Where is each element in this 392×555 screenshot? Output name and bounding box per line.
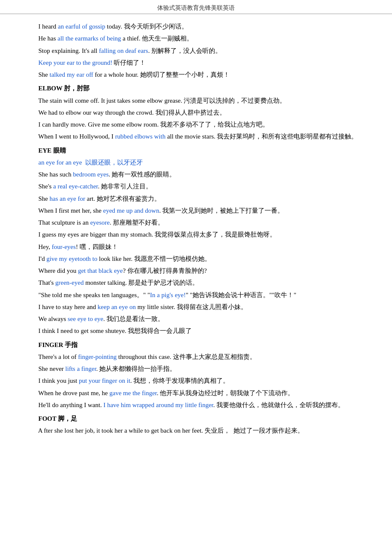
phrase-eye-catcher: a real eye-catcher — [53, 183, 98, 190]
phrase-pigs-eye: In a pig's eye! — [150, 292, 186, 298]
line-eye-10: That's green-eyed monster talking. 那是处于妒… — [26, 277, 366, 288]
line-finger-5: He'll do anything I want. I have him wra… — [26, 399, 366, 410]
line-eye-1: She has such bedroom eyes. 她有一双性感的眼睛。 — [26, 169, 366, 180]
line-eye-5: That sculpture is an eyesore. 那座雕塑不好看。 — [26, 217, 366, 228]
line-1: I heard an earful of gossip today. 我今天听到… — [26, 21, 366, 32]
phrase-eye-for-eye: an eye for an eye — [38, 159, 82, 166]
phrase-black-eye: get that black eye — [78, 267, 123, 274]
phrase-green-eyed: green-eyed — [55, 279, 84, 286]
line-foot-1: A fter she lost her job, it took her a w… — [26, 425, 366, 436]
phrase-earful: an earful of gossip — [58, 23, 105, 30]
line-eye-12: I have to stay here and keep an eye on m… — [26, 301, 366, 312]
heading-finger: FINGER 手指 — [26, 339, 366, 350]
line-elbow-2: We had to elbow our way through the crow… — [26, 107, 366, 118]
phrase-ear-ground: Keep your ear to the ground! — [38, 59, 112, 66]
line-elbow-3: I can hardly move. Give me some elbow ro… — [26, 119, 366, 130]
page-header: 体验式英语教育先锋美联英语 — [0, 0, 392, 14]
line-elbow-4: When I went to Hollywood, I rubbed elbow… — [26, 131, 366, 142]
phrase-eye-for: has an eye for — [49, 195, 85, 202]
phrase-wrapped-finger: I have him wrapped around my little fing… — [104, 402, 213, 408]
phrase-keep-eye: keep an eye on — [98, 304, 136, 310]
phrase-four-eyes: four-eyes — [52, 243, 76, 250]
line-eye-11: "She told me she speaks ten languages。" … — [26, 289, 366, 301]
phrase-talked-ear: talked my ear off — [49, 71, 93, 78]
line-4: Keep your ear to the ground! 听仔细了！ — [26, 57, 366, 68]
line-eye-6: I guess my eyes are bigger than my stoma… — [26, 229, 366, 240]
phrase-deaf-ears: falling on deaf ears — [99, 47, 148, 54]
line-eye-9: Where did you get that black eye? 你在哪儿被打… — [26, 265, 366, 276]
heading-elbow: ELBOW 肘，肘部 — [26, 83, 366, 94]
header-title: 体验式英语教育先锋美联英语 — [157, 5, 235, 11]
line-5: She talked my ear off for a whole hour. … — [26, 69, 366, 80]
heading-foot: FOOT 脚，足 — [26, 413, 366, 424]
line-finger-4: When he drove past me, he gave me the fi… — [26, 387, 366, 399]
phrase-see-eye: see eye to eye — [68, 315, 104, 322]
line-eye-13: We always see eye to eye. 我们总是看法一致。 — [26, 313, 366, 324]
line-finger-2: She never lifts a finger. 她从来都懒得抬一抬手指。 — [26, 363, 366, 374]
line-3: Stop explaining. It's all falling on dea… — [26, 45, 366, 56]
line-2: He has all the earmarks of being a thief… — [26, 33, 366, 44]
phrase-eyetooth: give my eyetooth to — [46, 255, 98, 262]
phrase-earmarks: all the earmarks of being — [58, 35, 121, 42]
phrase-eyed-up-down: eyed me up and down — [103, 207, 159, 214]
line-eye-8: I'd give my eyetooth to look like her. 我… — [26, 253, 366, 264]
phrase-lifts-finger: lifts a finger — [65, 365, 96, 372]
phrase-gave-finger: gave me the finger — [110, 390, 157, 396]
line-eye-14: I think I need to get some shuteye. 我想我得… — [26, 325, 366, 336]
phrase-bedroom-eyes: bedroom eyes — [73, 171, 109, 178]
line-eye-4: When I first met her, she eyed me up and… — [26, 205, 366, 216]
phrase-eyesore: eyesore — [90, 219, 110, 226]
phrase-put-finger: put your finger on it — [79, 377, 130, 384]
phrase-eye-chinese: 以眼还眼，以牙还牙 — [85, 159, 143, 166]
line-eye-idiom: an eye for an eye 以眼还眼，以牙还牙 — [26, 157, 366, 168]
main-content: I heard an earful of gossip today. 我今天听到… — [0, 21, 392, 446]
phrase-finger-pointing: finger-pointing — [78, 353, 117, 360]
line-finger-3: I think you just put your finger on it. … — [26, 375, 366, 386]
line-finger-1: There's a lot of finger-pointing through… — [26, 351, 366, 362]
phrase-rubbed-elbows: rubbed elbows with — [115, 133, 165, 140]
line-eye-2: She's a real eye-catcher. 她非常引人注目。 — [26, 181, 366, 192]
heading-eye: EYE 眼睛 — [26, 145, 366, 156]
line-eye-7: Hey, four-eyes! 嘿，四眼妹！ — [26, 241, 366, 252]
line-eye-3: She has an eye for art. 她对艺术很有鉴赏力。 — [26, 193, 366, 204]
line-elbow-1: The stain will come off. It just takes s… — [26, 95, 366, 106]
